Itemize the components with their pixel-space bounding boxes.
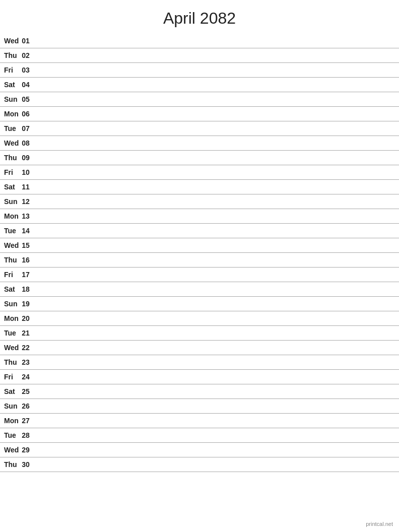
event-area[interactable] xyxy=(34,428,399,443)
day-of-week-label: Thu xyxy=(0,48,21,63)
watermark: printcal.net xyxy=(366,521,393,527)
day-of-week-label: Thu xyxy=(0,151,21,165)
calendar-row: Wed15 xyxy=(0,238,399,253)
calendar-row: Sat25 xyxy=(0,384,399,399)
day-of-week-label: Tue xyxy=(0,428,21,443)
date-number: 04 xyxy=(21,78,34,92)
calendar-row: Thu09 xyxy=(0,151,399,165)
event-area[interactable] xyxy=(34,282,399,297)
date-number: 11 xyxy=(21,180,34,194)
event-area[interactable] xyxy=(34,194,399,209)
date-number: 05 xyxy=(21,92,34,107)
day-of-week-label: Thu xyxy=(0,457,21,472)
calendar-row: Sun12 xyxy=(0,194,399,209)
page-title: April 2082 xyxy=(0,0,399,34)
event-area[interactable] xyxy=(34,414,399,428)
date-number: 06 xyxy=(21,107,34,121)
date-number: 15 xyxy=(21,238,34,253)
day-of-week-label: Mon xyxy=(0,107,21,121)
calendar-row: Sun05 xyxy=(0,92,399,107)
date-number: 03 xyxy=(21,63,34,78)
event-area[interactable] xyxy=(34,224,399,238)
event-area[interactable] xyxy=(34,121,399,136)
event-area[interactable] xyxy=(34,238,399,253)
date-number: 09 xyxy=(21,151,34,165)
date-number: 10 xyxy=(21,165,34,180)
day-of-week-label: Fri xyxy=(0,165,21,180)
calendar-row: Wed29 xyxy=(0,443,399,457)
event-area[interactable] xyxy=(34,326,399,341)
day-of-week-label: Fri xyxy=(0,63,21,78)
event-area[interactable] xyxy=(34,457,399,472)
event-area[interactable] xyxy=(34,151,399,165)
calendar-row: Sat11 xyxy=(0,180,399,194)
event-area[interactable] xyxy=(34,136,399,151)
date-number: 29 xyxy=(21,443,34,457)
calendar-row: Sat18 xyxy=(0,282,399,297)
day-of-week-label: Sat xyxy=(0,78,21,92)
date-number: 08 xyxy=(21,136,34,151)
date-number: 24 xyxy=(21,370,34,384)
event-area[interactable] xyxy=(34,34,399,48)
day-of-week-label: Mon xyxy=(0,311,21,326)
calendar-row: Tue28 xyxy=(0,428,399,443)
date-number: 07 xyxy=(21,121,34,136)
calendar-row: Thu23 xyxy=(0,355,399,370)
date-number: 02 xyxy=(21,48,34,63)
event-area[interactable] xyxy=(34,253,399,268)
calendar-row: Fri03 xyxy=(0,63,399,78)
event-area[interactable] xyxy=(34,165,399,180)
event-area[interactable] xyxy=(34,399,399,414)
day-of-week-label: Sun xyxy=(0,399,21,414)
day-of-week-label: Wed xyxy=(0,238,21,253)
calendar-row: Sun26 xyxy=(0,399,399,414)
event-area[interactable] xyxy=(34,92,399,107)
date-number: 23 xyxy=(21,355,34,370)
event-area[interactable] xyxy=(34,355,399,370)
date-number: 13 xyxy=(21,209,34,224)
date-number: 16 xyxy=(21,253,34,268)
event-area[interactable] xyxy=(34,297,399,311)
calendar-row: Tue07 xyxy=(0,121,399,136)
calendar-row: Wed22 xyxy=(0,341,399,355)
event-area[interactable] xyxy=(34,311,399,326)
event-area[interactable] xyxy=(34,341,399,355)
day-of-week-label: Sun xyxy=(0,297,21,311)
event-area[interactable] xyxy=(34,63,399,78)
date-number: 26 xyxy=(21,399,34,414)
calendar-row: Mon27 xyxy=(0,414,399,428)
date-number: 20 xyxy=(21,311,34,326)
event-area[interactable] xyxy=(34,268,399,282)
event-area[interactable] xyxy=(34,107,399,121)
event-area[interactable] xyxy=(34,443,399,457)
date-number: 30 xyxy=(21,457,34,472)
calendar-row: Wed08 xyxy=(0,136,399,151)
day-of-week-label: Wed xyxy=(0,34,21,48)
calendar-row: Wed01 xyxy=(0,34,399,48)
day-of-week-label: Fri xyxy=(0,370,21,384)
calendar-row: Thu16 xyxy=(0,253,399,268)
calendar-row: Thu30 xyxy=(0,457,399,472)
date-number: 27 xyxy=(21,414,34,428)
event-area[interactable] xyxy=(34,48,399,63)
event-area[interactable] xyxy=(34,209,399,224)
event-area[interactable] xyxy=(34,384,399,399)
date-number: 17 xyxy=(21,268,34,282)
date-number: 21 xyxy=(21,326,34,341)
day-of-week-label: Mon xyxy=(0,414,21,428)
date-number: 12 xyxy=(21,194,34,209)
day-of-week-label: Sun xyxy=(0,92,21,107)
day-of-week-label: Thu xyxy=(0,355,21,370)
day-of-week-label: Sun xyxy=(0,194,21,209)
event-area[interactable] xyxy=(34,78,399,92)
day-of-week-label: Tue xyxy=(0,224,21,238)
day-of-week-label: Sat xyxy=(0,384,21,399)
date-number: 25 xyxy=(21,384,34,399)
calendar-row: Sun19 xyxy=(0,297,399,311)
event-area[interactable] xyxy=(34,370,399,384)
event-area[interactable] xyxy=(34,180,399,194)
calendar-row: Mon06 xyxy=(0,107,399,121)
day-of-week-label: Wed xyxy=(0,443,21,457)
day-of-week-label: Tue xyxy=(0,121,21,136)
day-of-week-label: Sat xyxy=(0,282,21,297)
